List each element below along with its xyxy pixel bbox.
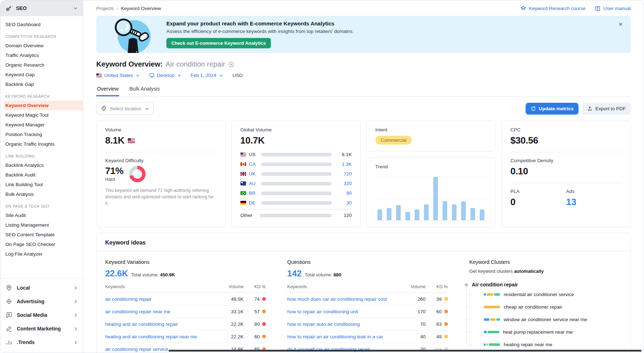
page-title: Keyword Overview: xyxy=(96,60,163,68)
pencil-icon xyxy=(5,325,13,332)
sidebar-item-local[interactable]: Local xyxy=(0,281,83,295)
country-code[interactable]: DE xyxy=(249,200,258,205)
cluster-item[interactable]: residential air conditioner service xyxy=(469,288,622,301)
kd-dot xyxy=(262,335,266,338)
tab-overview[interactable]: Overview xyxy=(96,84,119,96)
keyword-link[interactable]: how to repair auto air conditioning xyxy=(287,321,402,327)
sidebar-item-listing-management[interactable]: Listing Management xyxy=(0,220,83,230)
keyword-link[interactable]: heating and air conditioning repair xyxy=(105,321,220,327)
sidebar-item-backlink-gap[interactable]: Backlink Gap xyxy=(0,79,83,89)
metric-cards-row: Volume 8.1K Keyword Difficulty 71% Hard xyxy=(96,120,631,227)
sidebar-item-social-media[interactable]: Social Media xyxy=(0,308,83,322)
ads-value[interactable]: 13 xyxy=(566,197,622,208)
sidebar-item-bulk-analysis[interactable]: Bulk Analysis xyxy=(0,189,83,199)
sidebar-item-organic-traffic-insights[interactable]: Organic Traffic Insights xyxy=(0,139,83,149)
sidebar-item-label: .Trends xyxy=(17,339,69,345)
intent-badge[interactable]: Commercial xyxy=(375,136,412,145)
sidebar-item-log-file-analyzer[interactable]: Log File Analyzer xyxy=(0,249,83,259)
keyword-variations-count[interactable]: 22.6K xyxy=(105,269,128,279)
country-volume[interactable]: 30 xyxy=(335,200,352,205)
date-filter[interactable]: Feb 1, 2024 xyxy=(191,73,223,78)
kd-dot xyxy=(444,297,448,301)
sidebar-item-keyword-manager[interactable]: Keyword Manager xyxy=(0,120,83,130)
trend-bar xyxy=(405,212,410,220)
de-flag-icon xyxy=(240,201,246,205)
sidebar-item-advertising[interactable]: Advertising xyxy=(0,295,83,308)
sidebar-item-trends[interactable]: .Trends xyxy=(0,335,83,349)
sidebar-item-content-marketing[interactable]: Content Marketing xyxy=(0,322,83,335)
update-metrics-button[interactable]: Update metrics xyxy=(526,103,579,115)
sidebar-title: SEO xyxy=(16,5,69,11)
cluster-item[interactable]: cheap air conditioner repair xyxy=(469,301,622,313)
select-location-button[interactable]: Select location xyxy=(96,102,154,115)
sidebar-item-keyword-overview[interactable]: Keyword Overview xyxy=(4,101,83,110)
competitive-density-value: 0.10 xyxy=(511,166,622,177)
user-manual-link[interactable]: User manual xyxy=(595,5,631,11)
country-volume[interactable]: 720 xyxy=(335,171,352,176)
banner-cta-button[interactable]: Check out E-commerce Keyword Analytics xyxy=(166,38,271,48)
sidebar-item-keyword-magic-tool[interactable]: Keyword Magic Tool xyxy=(0,110,83,120)
add-keyword-plus-icon[interactable] xyxy=(228,61,234,68)
keyword-clusters-subtitle: Get keyword clusters automatically xyxy=(469,269,622,274)
tabs: Overview Bulk Analysis xyxy=(96,84,631,97)
key-icon xyxy=(5,5,13,12)
sidebar-item-seo-content-template[interactable]: SEO Content Template xyxy=(0,230,83,240)
sidebar-item-backlink-analytics[interactable]: Backlink Analytics xyxy=(0,160,83,170)
sidebar-item-traffic-analytics[interactable]: Traffic Analytics xyxy=(0,50,83,60)
toolbar-right: Update metrics Export to PDF xyxy=(526,103,631,115)
sidebar-item-domain-overview[interactable]: Domain Overview xyxy=(0,41,83,50)
table-row: heating and air conditioning repair near… xyxy=(105,330,266,343)
volume-bar xyxy=(261,172,332,176)
sidebar-item-site-audit[interactable]: Site Audit xyxy=(0,211,83,220)
cluster-item[interactable]: heating repair near me xyxy=(469,338,622,351)
promo-banner: Expand your product reach with E-commerc… xyxy=(96,16,631,53)
sidebar-section-competitive-research: COMPETITIVE RESEARCH xyxy=(0,29,83,41)
country-code[interactable]: CA xyxy=(249,161,258,167)
keyword-link[interactable]: how much does car air conditioning repai… xyxy=(287,296,402,302)
country-code[interactable]: AU xyxy=(249,181,258,186)
country-code[interactable]: BR xyxy=(249,190,258,196)
country-volume[interactable]: 1.3K xyxy=(335,161,352,167)
sidebar-item-label: Social Media xyxy=(17,312,69,318)
country-code[interactable]: UK xyxy=(249,171,258,176)
country-volume[interactable]: 90 xyxy=(335,190,352,196)
breadcrumb-projects[interactable]: Projects xyxy=(96,6,114,11)
keyword-link[interactable]: air conditioning repair xyxy=(105,296,220,302)
sidebar-item-organic-research[interactable]: Organic Research xyxy=(0,60,83,70)
us-flag-icon xyxy=(96,73,102,77)
keyword-link[interactable]: air conditioning repair near me xyxy=(105,309,220,314)
keyword-link[interactable]: how to repair an air conditioning leak i… xyxy=(287,334,402,339)
cluster-item[interactable]: heat pump replacement near me xyxy=(469,326,622,338)
sidebar-item-keyword-gap[interactable]: Keyword Gap xyxy=(0,70,83,79)
export-to-pdf-button[interactable]: Export to PDF xyxy=(582,103,631,115)
chevron-down-icon xyxy=(145,106,149,111)
table-row: how to repair an air conditioning leak i… xyxy=(287,330,448,343)
cluster-item-label: window air conditioner service near me xyxy=(504,317,587,322)
sidebar-item-backlink-audit[interactable]: Backlink Audit xyxy=(0,170,83,180)
keyword-ideas-card: Keyword ideas Keyword Variations 22.6K T… xyxy=(96,233,631,353)
sidebar-item-position-tracking[interactable]: Position Tracking xyxy=(0,130,83,139)
location-filter[interactable]: United States xyxy=(96,73,140,78)
us-flag-icon xyxy=(128,138,135,143)
global-volume-row-au: AU 320 xyxy=(240,179,352,188)
divider xyxy=(511,152,622,152)
cluster-item[interactable]: window air conditioner service near me xyxy=(469,313,622,326)
tab-bulk-analysis[interactable]: Bulk Analysis xyxy=(128,84,160,96)
horizontal-scrollbar[interactable] xyxy=(169,350,641,352)
keyword-research-course-link[interactable]: Keyword Research course xyxy=(520,5,585,11)
sidebar-item-link-building-tool[interactable]: Link Building Tool xyxy=(0,180,83,189)
cluster-root[interactable]: Air condition repair xyxy=(465,282,622,287)
sidebar-header-seo[interactable]: SEO xyxy=(0,0,83,16)
questions-count[interactable]: 142 xyxy=(287,269,302,279)
cluster-mini-bar xyxy=(484,293,500,296)
keyword-link[interactable]: heating and air conditioning repair near… xyxy=(105,334,220,339)
cluster-mini-bar xyxy=(484,331,499,333)
banner-close-icon[interactable]: ✕ xyxy=(618,21,623,27)
keyword-link[interactable]: how to repair air conditioning unit xyxy=(287,309,402,314)
sidebar-item-seo-dashboard[interactable]: SEO Dashboard xyxy=(0,20,83,29)
country-volume[interactable]: 320 xyxy=(335,181,352,186)
location-pin-icon xyxy=(5,284,13,291)
sidebar-item-on-page-seo-checker[interactable]: On Page SEO Checker xyxy=(0,240,83,249)
device-filter[interactable]: Desktop xyxy=(149,73,181,78)
toolbar: Select location Update metrics Export to… xyxy=(96,102,631,115)
